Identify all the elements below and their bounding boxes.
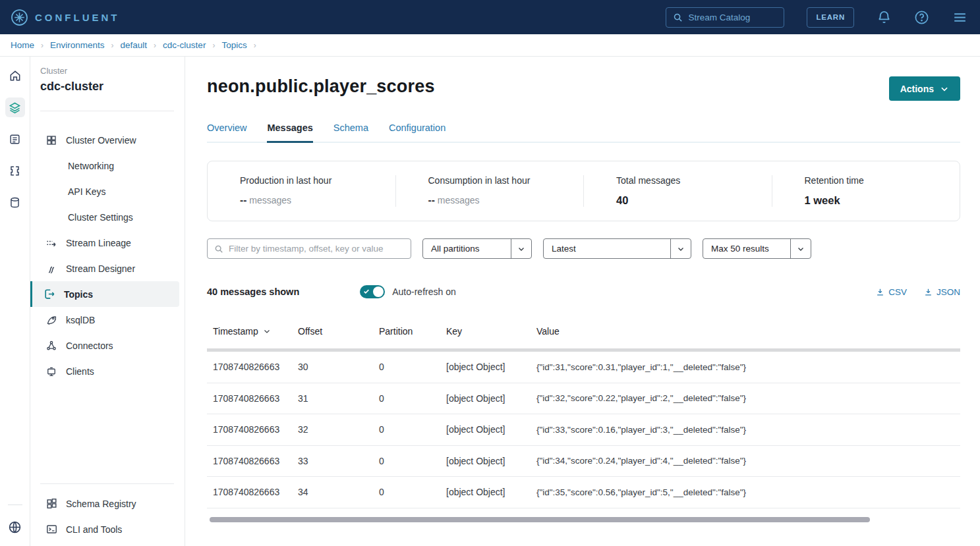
cell-offset: 33 <box>298 456 379 466</box>
chevron-right-icon: › <box>41 41 43 50</box>
sidebar-item-label: CLI and Tools <box>66 524 122 535</box>
sidebar-item-clients[interactable]: Clients <box>30 358 179 384</box>
globe-icon[interactable] <box>5 517 25 537</box>
actions-button[interactable]: Actions <box>889 76 960 101</box>
message-status-row: 40 messages shown Auto-refresh on CSV JS… <box>207 285 960 298</box>
database-icon[interactable] <box>5 192 25 212</box>
environments-layers-icon[interactable] <box>5 97 25 117</box>
sidebar-item-ksqldb[interactable]: ksqlDB <box>30 307 179 333</box>
download-csv-link[interactable]: CSV <box>876 287 907 297</box>
download-icon <box>876 288 884 296</box>
table-row[interactable]: 1708740826663 34 0 [object Object] {"id"… <box>207 477 960 508</box>
learn-button[interactable]: LEARN <box>807 7 854 28</box>
sidebar-item-topics[interactable]: Topics <box>30 281 179 307</box>
sidebar-item-stream-lineage[interactable]: Stream Lineage <box>30 230 179 256</box>
horizontal-scrollbar[interactable] <box>210 517 870 522</box>
cell-key: [object Object] <box>446 487 536 497</box>
sidebar-item-networking[interactable]: Networking <box>30 153 179 178</box>
column-label: Timestamp <box>213 326 258 337</box>
download-icon <box>924 288 933 296</box>
stat-retention-time: Retention time 1 week <box>772 175 960 207</box>
sidebar-item-schema-registry[interactable]: Schema Registry <box>30 491 179 516</box>
cell-timestamp: 1708740826663 <box>207 393 298 404</box>
column-header-value: Value <box>536 326 960 337</box>
sidebar-item-label: ksqlDB <box>66 315 95 325</box>
cell-value: {"id":35,"score":0.56,"player_id":5,"__d… <box>536 487 960 497</box>
breadcrumb-home[interactable]: Home <box>11 40 34 50</box>
chevron-right-icon: › <box>154 41 156 50</box>
sidebar-item-connectors[interactable]: Connectors <box>30 333 179 358</box>
auto-refresh-toggle[interactable] <box>360 285 385 298</box>
message-filter-search[interactable] <box>207 238 411 259</box>
chevron-down-icon[interactable] <box>790 239 811 258</box>
stat-production: Production in last hour -- messages <box>208 175 396 207</box>
hamburger-menu-icon[interactable] <box>952 9 968 26</box>
stat-value: 40 <box>616 194 628 206</box>
csv-label: CSV <box>888 287 907 297</box>
table-row[interactable]: 1708740826663 30 0 [object Object] {"id"… <box>207 352 960 383</box>
stream-catalog-search[interactable] <box>666 7 784 28</box>
topic-stats-card: Production in last hour -- messages Cons… <box>207 161 960 221</box>
schema-registry-icon <box>45 497 58 510</box>
partition-select[interactable]: All partitions <box>422 238 532 259</box>
cluster-sidebar: Cluster cdc-cluster Cluster Overview Net… <box>30 57 185 546</box>
check-icon <box>363 287 370 296</box>
sidebar-item-label: Cluster Overview <box>66 135 136 146</box>
stat-total-messages: Total messages 40 <box>584 175 772 207</box>
cluster-name: cdc-cluster <box>40 80 174 94</box>
cell-value: {"id":31,"score":0.31,"player_id":1,"__d… <box>536 362 960 372</box>
tab-overview[interactable]: Overview <box>207 123 246 143</box>
table-row[interactable]: 1708740826663 31 0 [object Object] {"id"… <box>207 383 960 415</box>
stream-catalog-input[interactable] <box>688 13 767 22</box>
tab-schema[interactable]: Schema <box>333 123 368 143</box>
help-icon[interactable] <box>914 10 929 25</box>
sidebar-item-cli-and-tools[interactable]: CLI and Tools <box>30 516 179 542</box>
message-filter-input[interactable] <box>229 244 404 254</box>
stat-label: Total messages <box>616 175 772 186</box>
chevron-down-icon[interactable] <box>511 239 531 258</box>
stat-value: -- <box>428 194 435 205</box>
sidebar-item-label: Connectors <box>66 341 113 351</box>
table-row[interactable]: 1708740826663 33 0 [object Object] {"id"… <box>207 446 960 478</box>
stat-label: Consumption in last hour <box>428 175 584 186</box>
column-header-timestamp[interactable]: Timestamp <box>207 326 298 337</box>
column-label: Offset <box>298 326 322 337</box>
home-icon[interactable] <box>5 66 25 86</box>
cell-offset: 30 <box>298 362 379 372</box>
sidebar-item-api-keys[interactable]: API Keys <box>30 178 179 204</box>
flow-map-icon[interactable] <box>5 161 25 180</box>
sidebar-item-cluster-settings[interactable]: Cluster Settings <box>30 204 179 230</box>
search-icon <box>673 13 683 22</box>
cell-key: [object Object] <box>446 456 536 466</box>
confluent-logo[interactable]: CONFLUENT <box>11 9 120 26</box>
breadcrumb-cdc-cluster[interactable]: cdc-cluster <box>163 40 206 50</box>
cell-timestamp: 1708740826663 <box>207 456 298 466</box>
messages-table: Timestamp Offset Partition Key Value 170… <box>207 318 960 522</box>
sidebar-item-stream-designer[interactable]: Stream Designer <box>30 256 179 281</box>
breadcrumb-environments[interactable]: Environments <box>50 40 105 50</box>
cell-offset: 34 <box>298 487 379 497</box>
notifications-bell-icon[interactable] <box>877 10 892 25</box>
chevron-right-icon: › <box>111 41 114 50</box>
chevron-down-icon[interactable] <box>670 239 691 258</box>
cell-partition: 0 <box>379 393 446 404</box>
download-json-link[interactable]: JSON <box>924 287 960 297</box>
news-document-icon[interactable] <box>5 129 25 149</box>
sidebar-item-cluster-overview[interactable]: Cluster Overview <box>30 127 179 153</box>
column-header-offset: Offset <box>298 326 379 337</box>
column-header-partition: Partition <box>379 326 446 337</box>
client-monitor-icon <box>45 366 58 377</box>
breadcrumb-topics[interactable]: Topics <box>221 40 246 50</box>
sidebar-item-label: API Keys <box>68 186 106 197</box>
breadcrumb-default[interactable]: default <box>121 40 148 50</box>
cell-partition: 0 <box>379 424 446 435</box>
sidebar-item-label: Networking <box>68 161 114 171</box>
chevron-right-icon: › <box>212 41 215 50</box>
cell-timestamp: 1708740826663 <box>207 487 298 497</box>
result-limit-select[interactable]: Max 50 results <box>703 238 811 259</box>
table-row[interactable]: 1708740826663 32 0 [object Object] {"id"… <box>207 414 960 446</box>
topic-detail-main: neon.public.player_scores Actions Overvi… <box>185 57 980 546</box>
tab-configuration[interactable]: Configuration <box>389 123 446 143</box>
offset-order-select[interactable]: Latest <box>543 238 691 259</box>
tab-messages[interactable]: Messages <box>267 123 312 143</box>
